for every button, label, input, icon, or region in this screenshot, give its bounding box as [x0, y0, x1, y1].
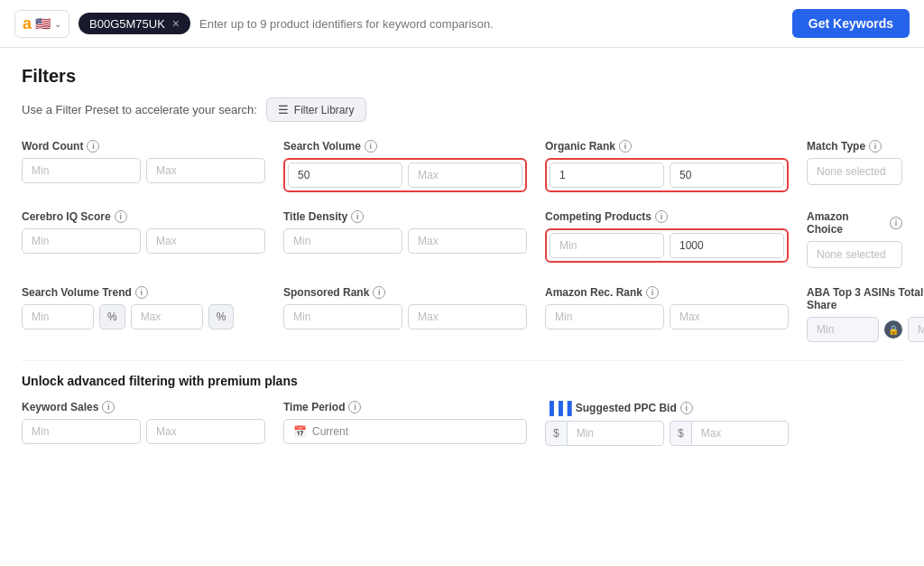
search-volume-inputs [283, 158, 527, 192]
filter-suggested-ppc-bid: ▐▐▐ Suggested PPC Bid i $ $ [545, 401, 789, 446]
competing-products-info-icon[interactable]: i [655, 210, 668, 223]
cerebro-iq-label: Cerebro IQ Score i [22, 210, 265, 223]
organic-rank-max[interactable] [670, 162, 784, 188]
title-density-inputs [283, 228, 527, 254]
search-volume-trend-inputs: % % [22, 304, 265, 329]
competing-products-min[interactable] [550, 233, 664, 258]
ppc-max-wrap: $ [670, 421, 789, 446]
amazon-choice-label: Amazon Choice i [807, 210, 902, 236]
aba-top3-label: ABA Top 3 ASINs Total Click Share [807, 286, 924, 311]
competing-products-label: Competing Products i [545, 210, 789, 223]
filter-keyword-sales: Keyword Sales i [22, 401, 265, 446]
filter-match-type: Match Type i None selected [807, 140, 902, 192]
percent-min-suffix: % [99, 304, 125, 329]
filters-row-1: Word Count i Search Volume i Organic Ran… [22, 140, 902, 192]
search-volume-label: Search Volume i [283, 140, 527, 153]
filter-organic-rank: Organic Rank i [545, 140, 789, 192]
cerebro-iq-max[interactable] [146, 228, 265, 254]
title-density-min[interactable] [283, 228, 402, 254]
time-period-label: Time Period i [283, 401, 527, 413]
aba-top3-max[interactable] [908, 317, 924, 342]
keyword-sales-info-icon[interactable]: i [102, 401, 115, 413]
asin-close-button[interactable]: × [172, 16, 180, 31]
filter-library-icon: ☰ [278, 103, 289, 116]
amazon-rec-rank-min[interactable] [545, 304, 664, 329]
filters-title: Filters [22, 66, 902, 87]
unlock-filters-grid: Keyword Sales i Time Period i 📅 Current [22, 401, 902, 446]
top-bar: a 🇺🇸 ⌄ B00G5M75UK × Get Keywords [0, 0, 924, 48]
amazon-flag-selector[interactable]: a 🇺🇸 ⌄ [14, 10, 69, 38]
preset-label: Use a Filter Preset to accelerate your s… [22, 103, 257, 116]
organic-rank-info-icon[interactable]: i [619, 140, 632, 153]
suggested-ppc-min[interactable] [567, 421, 664, 446]
search-volume-trend-min[interactable] [22, 304, 94, 329]
filter-sponsored-rank: Sponsored Rank i [283, 286, 527, 342]
section-divider [22, 360, 902, 361]
filters-row-3: Search Volume Trend i % % Sponsored Rank… [22, 286, 902, 342]
search-volume-info-icon[interactable]: i [365, 140, 377, 153]
word-count-min[interactable] [22, 158, 141, 183]
word-count-info-icon[interactable]: i [87, 140, 99, 153]
dollar-min-icon: $ [545, 421, 567, 446]
filter-amazon-choice: Amazon Choice i None selected [807, 210, 902, 268]
aba-top3-inputs: 🔒 [807, 317, 924, 342]
amazon-rec-rank-info-icon[interactable]: i [646, 286, 659, 299]
search-volume-max[interactable] [408, 162, 522, 188]
amazon-choice-info-icon[interactable]: i [890, 217, 902, 229]
cerebro-iq-info-icon[interactable]: i [115, 210, 127, 223]
dollar-max-icon: $ [670, 421, 691, 446]
filter-library-button[interactable]: ☰ Filter Library [266, 97, 366, 122]
suggested-ppc-inputs: $ $ [545, 421, 789, 446]
search-volume-trend-max[interactable] [131, 304, 203, 329]
keyword-sales-inputs [22, 419, 265, 444]
filter-time-period: Time Period i 📅 Current [283, 401, 527, 446]
suggested-ppc-info-icon[interactable]: i [680, 402, 693, 414]
cerebro-iq-min[interactable] [22, 228, 141, 254]
title-density-max[interactable] [408, 228, 527, 254]
match-type-select[interactable]: None selected [807, 158, 902, 185]
amazon-logo: a [23, 14, 32, 33]
amazon-rec-rank-max[interactable] [670, 304, 789, 329]
title-density-info-icon[interactable]: i [351, 210, 364, 223]
ppc-bars-icon: ▐▐▐ [545, 401, 572, 415]
chevron-down-icon: ⌄ [54, 19, 61, 29]
filter-preset-row: Use a Filter Preset to accelerate your s… [22, 97, 902, 122]
filter-library-label: Filter Library [294, 104, 355, 116]
time-period-info-icon[interactable]: i [348, 401, 361, 413]
aba-top3-min[interactable] [807, 317, 879, 342]
product-search-input[interactable] [199, 17, 783, 31]
keyword-sales-max[interactable] [146, 419, 265, 444]
title-density-label: Title Density i [283, 210, 527, 223]
calendar-icon: 📅 [293, 425, 307, 438]
search-volume-trend-label: Search Volume Trend i [22, 286, 265, 299]
sponsored-rank-max[interactable] [408, 304, 527, 329]
word-count-label: Word Count i [22, 140, 265, 153]
sponsored-rank-min[interactable] [283, 304, 402, 329]
word-count-inputs [22, 158, 265, 183]
organic-rank-label: Organic Rank i [545, 140, 789, 153]
unlock-title: Unlock advanced filtering with premium p… [22, 374, 902, 388]
amazon-rec-rank-inputs [545, 304, 789, 329]
organic-rank-inputs [545, 158, 789, 192]
filter-competing-products: Competing Products i [545, 210, 789, 268]
keyword-sales-min[interactable] [22, 419, 141, 444]
sponsored-rank-info-icon[interactable]: i [373, 286, 385, 299]
unlock-section: Unlock advanced filtering with premium p… [22, 374, 902, 446]
suggested-ppc-max[interactable] [691, 421, 789, 446]
search-volume-trend-info-icon[interactable]: i [135, 286, 148, 299]
filters-row-2: Cerebro IQ Score i Title Density i Compe… [22, 210, 902, 268]
keyword-sales-label: Keyword Sales i [22, 401, 265, 413]
organic-rank-min[interactable] [550, 162, 664, 188]
asin-tag: B00G5M75UK × [79, 13, 190, 34]
word-count-max[interactable] [146, 158, 265, 183]
amazon-choice-select[interactable]: None selected [807, 241, 902, 268]
competing-products-max[interactable] [670, 233, 784, 258]
search-volume-min[interactable] [288, 162, 402, 188]
time-period-value: Current [312, 425, 348, 438]
time-period-input[interactable]: 📅 Current [283, 419, 527, 444]
get-keywords-button[interactable]: Get Keywords [792, 9, 910, 38]
filter-title-density: Title Density i [283, 210, 527, 268]
match-type-info-icon[interactable]: i [869, 140, 882, 153]
match-type-label: Match Type i [807, 140, 902, 153]
cerebro-iq-inputs [22, 228, 265, 254]
